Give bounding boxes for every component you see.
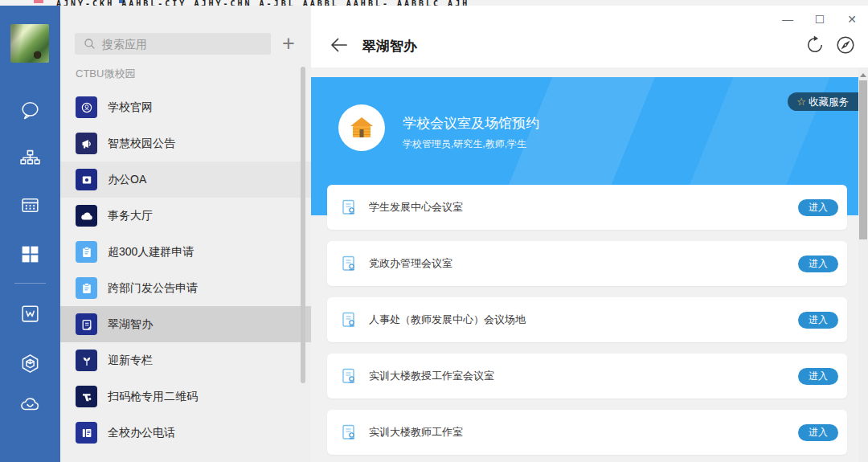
room-name: 党政办管理会议室 (369, 256, 452, 271)
background-window-artifacts: AJNY-CKH AAHBL-CIY AJHY-CHN A-JBL AABBL … (0, 0, 868, 6)
close-button[interactable]: ✕ (836, 10, 868, 28)
room-name: 实训大楼教师工作室 (369, 425, 463, 440)
document-stamp-icon (341, 255, 358, 272)
maximize-button[interactable]: ☐ (804, 10, 836, 28)
app-label: 翠湖智办 (108, 317, 153, 332)
app-list-item[interactable]: 超300人建群申请 (60, 234, 311, 270)
room-card[interactable]: 人事处（教师发展中心）会议场地进入 (327, 297, 847, 342)
room-card[interactable]: 实训大楼教授工作室会议室进入 (327, 354, 847, 399)
docs-icon[interactable] (19, 303, 41, 325)
room-name: 实训大楼教授工作室会议室 (369, 369, 494, 383)
app-label: 办公OA (108, 173, 146, 187)
enter-button[interactable]: 进入 (798, 256, 838, 272)
app-list-item[interactable]: 跨部门发公告申请 (60, 270, 311, 306)
document-stamp-icon (341, 367, 358, 385)
school-emblem-icon (76, 96, 97, 118)
main-scrollbar[interactable] (858, 67, 868, 462)
calendar-icon[interactable] (19, 194, 41, 216)
artifact-text: AJNY-CKH AAHBL-CIY AJHY-CHN A-JBL AABBL … (0, 0, 469, 6)
app-list: 学校官网智慧校园公告办公OA事务大厅超300人建群申请跨部门发公告申请翠湖智办迎… (60, 89, 311, 451)
service-page: 学校会议室及场馆预约 学校管理员,研究生,教师,学生 ☆收藏服务 学生发展中心会… (311, 67, 868, 462)
oa-doc-icon (76, 169, 97, 190)
banner-title: 学校会议室及场馆预约 (403, 114, 539, 133)
nav-rail (0, 6, 60, 462)
scanner-icon (76, 386, 97, 407)
clipboard-icon (76, 241, 97, 263)
app-label: 学校官网 (108, 100, 153, 115)
contacts-icon[interactable] (19, 148, 41, 170)
sprout-icon (76, 350, 97, 371)
compass-icon[interactable] (835, 35, 856, 55)
app-label: 事务大厅 (108, 209, 153, 223)
main-scrollbar-thumb[interactable] (859, 80, 867, 239)
document-stamp-icon (341, 311, 358, 329)
search-icon (84, 38, 96, 50)
tablet-book-icon (76, 313, 97, 335)
banner-subtitle: 学校管理员,研究生,教师,学生 (403, 137, 526, 151)
enter-button[interactable]: 进入 (798, 424, 838, 441)
scroll-up-arrow-icon[interactable] (860, 73, 866, 77)
app-list-item[interactable]: 办公OA (60, 161, 311, 198)
fax-phone-icon (76, 422, 97, 444)
drive-icon[interactable] (19, 353, 41, 374)
clipboard-icon (76, 277, 97, 299)
room-card[interactable]: 学生发展中心会议室进入 (327, 185, 847, 230)
search-box[interactable] (75, 33, 271, 55)
chat-icon[interactable] (19, 100, 41, 121)
hut-icon (338, 104, 385, 151)
room-name: 人事处（教师发展中心）会议场地 (369, 313, 526, 327)
app-window: AJNY-CKH AAHBL-CIY AJHY-CHN A-JBL AABBL … (0, 0, 868, 462)
room-name: 学生发展中心会议室 (369, 200, 463, 215)
app-label: 智慧校园公告 (108, 137, 175, 151)
rail-divider (14, 283, 46, 284)
window-controls: — ☐ ✕ (772, 10, 868, 28)
star-icon: ☆ (796, 96, 806, 108)
app-list-item[interactable]: 迎新专栏 (60, 342, 311, 378)
meeting-icon[interactable] (19, 394, 41, 415)
app-label: 扫码枪专用二维码 (108, 390, 198, 404)
section-label: CTBU微校园 (76, 67, 135, 81)
back-arrow-icon[interactable] (329, 35, 350, 55)
app-panel: + CTBU微校园 学校官网智慧校园公告办公OA事务大厅超300人建群申请跨部门… (60, 6, 311, 462)
enter-button[interactable]: 进入 (798, 312, 838, 329)
favorite-service-badge[interactable]: ☆收藏服务 (788, 92, 858, 111)
app-label: 迎新专栏 (108, 354, 153, 368)
enter-button[interactable]: 进入 (798, 368, 838, 385)
app-list-item[interactable]: 全校办公电话 (60, 415, 311, 451)
workbench-icon[interactable] (19, 243, 41, 265)
avatar[interactable] (10, 24, 49, 63)
app-label: 跨部门发公告申请 (108, 281, 198, 296)
badge-label: 收藏服务 (809, 96, 849, 108)
app-list-scrollbar-thumb[interactable] (301, 67, 305, 383)
refresh-icon[interactable] (805, 35, 825, 55)
main-area: — ☐ ✕ 翠湖智办 (311, 6, 868, 462)
app-list-item[interactable]: 学校官网 (60, 89, 311, 125)
megaphone-icon (76, 133, 97, 154)
document-stamp-icon (341, 423, 358, 441)
minimize-button[interactable]: — (772, 10, 804, 28)
room-card[interactable]: 实训大楼教师工作室进入 (327, 410, 847, 455)
add-app-button[interactable]: + (277, 32, 300, 55)
app-label: 超300人建群申请 (108, 245, 194, 260)
app-list-item[interactable]: 智慧校园公告 (60, 125, 311, 161)
app-list-item[interactable]: 翠湖智办 (60, 306, 311, 342)
main-header: — ☐ ✕ 翠湖智办 (311, 6, 868, 67)
app-list-item[interactable]: 事务大厅 (60, 198, 311, 234)
room-card[interactable]: 党政办管理会议室进入 (327, 241, 847, 286)
document-stamp-icon (341, 198, 358, 216)
page-title: 翠湖智办 (362, 37, 417, 55)
app-label: 全校办公电话 (108, 426, 175, 440)
cloud-service-icon (76, 205, 97, 227)
enter-button[interactable]: 进入 (798, 199, 838, 216)
search-input[interactable] (102, 38, 255, 51)
app-list-item[interactable]: 扫码枪专用二维码 (60, 378, 311, 415)
